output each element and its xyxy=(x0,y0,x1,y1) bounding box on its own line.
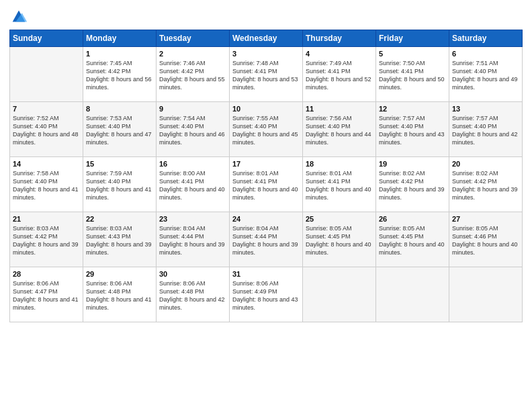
calendar-cell xyxy=(10,47,83,102)
sunrise-text: Sunrise: 7:49 AM xyxy=(306,60,352,66)
sunset-text: Sunset: 4:45 PM xyxy=(379,233,424,240)
day-info: Sunrise: 7:48 AMSunset: 4:41 PMDaylight:… xyxy=(232,59,300,92)
day-info: Sunrise: 7:52 AMSunset: 4:40 PMDaylight:… xyxy=(13,114,80,147)
day-number: 5 xyxy=(379,50,446,58)
sunrise-text: Sunrise: 7:51 AM xyxy=(452,60,498,66)
calendar-cell: 20Sunrise: 8:02 AMSunset: 4:42 PMDayligh… xyxy=(449,157,523,212)
calendar-cell: 10Sunrise: 7:55 AMSunset: 4:40 PMDayligh… xyxy=(230,102,303,157)
daylight-text: Daylight: 8 hours and 40 minutes. xyxy=(159,186,225,201)
sunset-text: Sunset: 4:40 PM xyxy=(13,178,58,185)
sunrise-text: Sunrise: 8:05 AM xyxy=(452,225,498,232)
calendar-cell: 5Sunrise: 7:50 AMSunset: 4:41 PMDaylight… xyxy=(376,47,449,102)
column-header-sunday: Sunday xyxy=(10,30,83,47)
day-number: 23 xyxy=(159,215,226,223)
sunrise-text: Sunrise: 7:46 AM xyxy=(159,60,206,66)
daylight-text: Daylight: 8 hours and 39 minutes. xyxy=(232,241,298,256)
daylight-text: Daylight: 8 hours and 40 minutes. xyxy=(306,241,371,256)
daylight-text: Daylight: 8 hours and 39 minutes. xyxy=(13,241,79,256)
day-number: 24 xyxy=(232,215,300,223)
daylight-text: Daylight: 8 hours and 43 minutes. xyxy=(379,131,445,146)
column-header-thursday: Thursday xyxy=(303,30,376,47)
day-number: 28 xyxy=(13,270,80,278)
calendar-header-row: SundayMondayTuesdayWednesdayThursdayFrid… xyxy=(10,30,523,47)
daylight-text: Daylight: 8 hours and 40 minutes. xyxy=(306,186,371,201)
sunset-text: Sunset: 4:40 PM xyxy=(306,123,351,130)
calendar-week-row: 1Sunrise: 7:45 AMSunset: 4:42 PMDaylight… xyxy=(10,47,523,102)
sunset-text: Sunset: 4:40 PM xyxy=(379,123,424,130)
sunset-text: Sunset: 4:42 PM xyxy=(86,68,131,75)
day-number: 8 xyxy=(86,105,153,113)
calendar-cell: 7Sunrise: 7:52 AMSunset: 4:40 PMDaylight… xyxy=(10,102,83,157)
day-info: Sunrise: 8:02 AMSunset: 4:42 PMDaylight:… xyxy=(452,169,519,202)
calendar-week-row: 14Sunrise: 7:58 AMSunset: 4:40 PMDayligh… xyxy=(10,157,523,212)
calendar-cell: 14Sunrise: 7:58 AMSunset: 4:40 PMDayligh… xyxy=(10,157,83,212)
sunrise-text: Sunrise: 8:04 AM xyxy=(159,225,206,232)
calendar-cell xyxy=(449,267,523,322)
sunset-text: Sunset: 4:40 PM xyxy=(452,68,497,75)
sunrise-text: Sunrise: 8:06 AM xyxy=(159,280,206,287)
calendar-cell: 3Sunrise: 7:48 AMSunset: 4:41 PMDaylight… xyxy=(230,47,303,102)
sunrise-text: Sunrise: 7:45 AM xyxy=(86,60,132,66)
day-number: 22 xyxy=(86,215,153,223)
sunset-text: Sunset: 4:41 PM xyxy=(232,68,277,75)
day-info: Sunrise: 7:57 AMSunset: 4:40 PMDaylight:… xyxy=(452,114,519,147)
daylight-text: Daylight: 8 hours and 56 minutes. xyxy=(86,76,152,91)
calendar-cell xyxy=(303,267,376,322)
day-info: Sunrise: 7:54 AMSunset: 4:40 PMDaylight:… xyxy=(159,114,226,147)
day-info: Sunrise: 7:53 AMSunset: 4:40 PMDaylight:… xyxy=(86,114,153,147)
sunrise-text: Sunrise: 8:06 AM xyxy=(86,280,132,287)
day-info: Sunrise: 8:00 AMSunset: 4:41 PMDaylight:… xyxy=(159,169,226,202)
column-header-friday: Friday xyxy=(376,30,449,47)
calendar-cell: 29Sunrise: 8:06 AMSunset: 4:48 PMDayligh… xyxy=(83,267,157,322)
daylight-text: Daylight: 8 hours and 46 minutes. xyxy=(159,131,225,146)
sunset-text: Sunset: 4:43 PM xyxy=(86,233,131,240)
daylight-text: Daylight: 8 hours and 44 minutes. xyxy=(306,131,371,146)
sunset-text: Sunset: 4:40 PM xyxy=(86,178,131,185)
day-number: 15 xyxy=(86,160,153,168)
calendar-table: SundayMondayTuesdayWednesdayThursdayFrid… xyxy=(9,30,523,322)
sunrise-text: Sunrise: 7:59 AM xyxy=(86,170,132,177)
daylight-text: Daylight: 8 hours and 55 minutes. xyxy=(159,76,225,91)
sunset-text: Sunset: 4:41 PM xyxy=(159,178,204,185)
sunrise-text: Sunrise: 7:54 AM xyxy=(159,115,206,122)
daylight-text: Daylight: 8 hours and 52 minutes. xyxy=(306,76,371,91)
day-info: Sunrise: 8:06 AMSunset: 4:48 PMDaylight:… xyxy=(86,279,153,312)
column-header-tuesday: Tuesday xyxy=(157,30,230,47)
day-info: Sunrise: 8:01 AMSunset: 4:41 PMDaylight:… xyxy=(232,169,300,202)
calendar-cell: 25Sunrise: 8:05 AMSunset: 4:45 PMDayligh… xyxy=(303,212,376,267)
day-number: 17 xyxy=(232,160,300,168)
day-number: 10 xyxy=(232,105,300,113)
daylight-text: Daylight: 8 hours and 40 minutes. xyxy=(379,241,445,256)
daylight-text: Daylight: 8 hours and 41 minutes. xyxy=(86,186,152,201)
sunrise-text: Sunrise: 7:57 AM xyxy=(452,115,498,122)
day-number: 11 xyxy=(306,105,373,113)
day-info: Sunrise: 8:03 AMSunset: 4:43 PMDaylight:… xyxy=(86,224,153,257)
day-number: 31 xyxy=(232,270,300,278)
day-number: 27 xyxy=(452,215,519,223)
calendar-cell: 1Sunrise: 7:45 AMSunset: 4:42 PMDaylight… xyxy=(83,47,157,102)
sunrise-text: Sunrise: 7:48 AM xyxy=(232,60,279,66)
sunrise-text: Sunrise: 7:52 AM xyxy=(13,115,59,122)
day-number: 16 xyxy=(159,160,226,168)
sunrise-text: Sunrise: 7:58 AM xyxy=(13,170,59,177)
sunset-text: Sunset: 4:45 PM xyxy=(306,233,351,240)
calendar-week-row: 21Sunrise: 8:03 AMSunset: 4:42 PMDayligh… xyxy=(10,212,523,267)
sunset-text: Sunset: 4:41 PM xyxy=(306,68,351,75)
calendar-cell: 18Sunrise: 8:01 AMSunset: 4:41 PMDayligh… xyxy=(303,157,376,212)
day-number: 1 xyxy=(86,50,153,58)
daylight-text: Daylight: 8 hours and 50 minutes. xyxy=(379,76,445,91)
day-number: 12 xyxy=(379,105,446,113)
sunrise-text: Sunrise: 8:06 AM xyxy=(13,280,59,287)
calendar-cell: 2Sunrise: 7:46 AMSunset: 4:42 PMDaylight… xyxy=(157,47,230,102)
day-number: 2 xyxy=(159,50,226,58)
sunset-text: Sunset: 4:40 PM xyxy=(452,123,497,130)
column-header-wednesday: Wednesday xyxy=(230,30,303,47)
sunrise-text: Sunrise: 7:53 AM xyxy=(86,115,132,122)
calendar-cell: 13Sunrise: 7:57 AMSunset: 4:40 PMDayligh… xyxy=(449,102,523,157)
calendar-cell: 26Sunrise: 8:05 AMSunset: 4:45 PMDayligh… xyxy=(376,212,449,267)
day-number: 19 xyxy=(379,160,446,168)
calendar-cell: 24Sunrise: 8:04 AMSunset: 4:44 PMDayligh… xyxy=(230,212,303,267)
sunrise-text: Sunrise: 8:06 AM xyxy=(232,280,279,287)
sunset-text: Sunset: 4:42 PM xyxy=(379,178,424,185)
calendar-cell: 11Sunrise: 7:56 AMSunset: 4:40 PMDayligh… xyxy=(303,102,376,157)
